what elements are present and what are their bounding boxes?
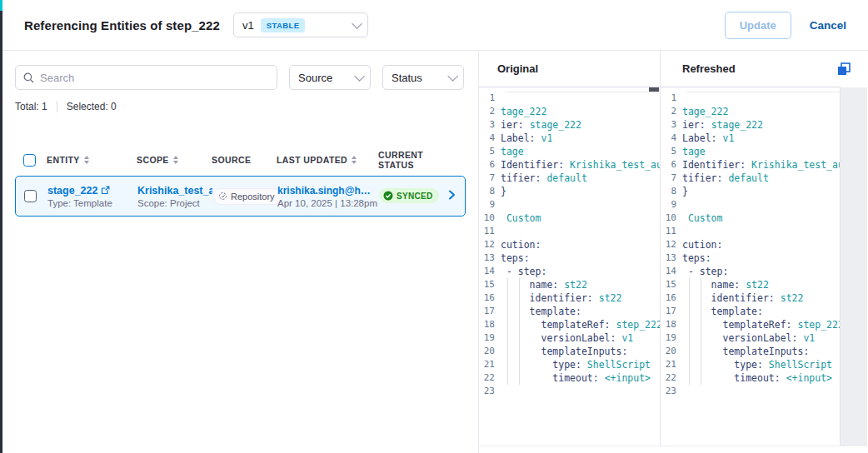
search-box[interactable] — [15, 65, 277, 90]
line-number: 19 — [479, 331, 501, 345]
column-header-last-updated[interactable]: LAST UPDATED — [277, 155, 378, 165]
line-content: ier: stage_222 — [501, 118, 660, 132]
sort-icon[interactable] — [173, 156, 178, 164]
scope-link[interactable]: Krishika_test_au... — [137, 185, 212, 197]
line-content: template: — [501, 305, 660, 318]
line-number: 5 — [479, 145, 501, 158]
scope-name: Krishika_test_au... — [137, 185, 212, 197]
cancel-button[interactable]: Cancel — [810, 19, 846, 32]
table-header: ENTITYSCOPESOURCELAST UPDATEDCURRENT STA… — [15, 150, 466, 165]
line-number: 9 — [661, 198, 682, 212]
selected-count: Selected: 0 — [67, 101, 117, 112]
code-line: 14 - step: — [661, 265, 840, 278]
source-filter-dropdown[interactable]: Source — [289, 65, 371, 90]
diff-headers: Original Refreshed — [479, 51, 868, 87]
version-value: v1 — [242, 19, 254, 32]
entity-link[interactable]: stage_222 — [47, 185, 137, 197]
row-expand-chevron[interactable] — [446, 189, 459, 204]
code-line: 13teps: — [479, 251, 660, 265]
source-filter-label: Source — [298, 72, 332, 84]
line-number: 1 — [661, 92, 682, 105]
update-button[interactable]: Update — [725, 12, 791, 39]
refreshed-header: Refreshed — [661, 51, 841, 87]
code-line: 16 identifier: st22 — [479, 291, 660, 305]
line-content: cution: — [682, 238, 840, 251]
line-number: 17 — [479, 305, 501, 318]
sort-icon[interactable] — [84, 156, 89, 164]
code-line: 7tifier: default — [661, 172, 840, 185]
line-number: 6 — [661, 158, 682, 172]
line-number: 14 — [479, 265, 501, 278]
line-number: 4 — [479, 132, 501, 145]
line-content: templateInputs: — [682, 345, 840, 358]
code-line: 11 — [479, 225, 660, 238]
code-line: 9 — [661, 198, 840, 212]
line-content: Custom — [682, 212, 840, 225]
column-header-scope[interactable]: SCOPE — [137, 155, 212, 165]
source-cell: Repository — [212, 188, 277, 205]
code-line: 14 - step: — [479, 265, 660, 278]
chevron-right-icon — [446, 189, 457, 201]
column-header-source: SOURCE — [212, 155, 277, 165]
code-line: 11 — [661, 225, 840, 238]
code-line: 10 Custom — [479, 212, 660, 225]
code-line: 8} — [661, 185, 840, 198]
row-checkbox[interactable] — [24, 190, 37, 202]
code-line: 15 name: st22 — [479, 278, 660, 291]
line-number: 5 — [661, 145, 682, 158]
entities-panel: Source Status Total: 1 Selected: 0 ENTIT… — [2, 51, 479, 453]
line-number: 16 — [479, 291, 501, 305]
filters-row: Source Status — [15, 65, 466, 90]
line-number: 8 — [479, 185, 501, 198]
line-content: Label: v1 — [682, 132, 840, 145]
line-content: tage — [682, 145, 840, 158]
line-content: Identifier: Krishika_test_aut — [501, 158, 660, 172]
original-code-pane[interactable]: 12tage_2223ier: stage_2224Label: v15tage… — [479, 87, 661, 446]
original-title: Original — [497, 62, 538, 75]
search-input[interactable] — [40, 72, 269, 84]
code-line: 3ier: stage_222 — [661, 118, 840, 132]
line-number: 15 — [479, 278, 501, 291]
code-line: 10 Custom — [661, 212, 840, 225]
status-filter-label: Status — [392, 72, 422, 84]
line-number: 13 — [661, 251, 682, 265]
line-number: 1 — [479, 92, 501, 105]
line-content: templateInputs: — [501, 345, 660, 358]
updated-by-link[interactable]: krishika.singh@harnes... — [277, 185, 371, 197]
line-number: 20 — [661, 345, 682, 358]
summary-row: Total: 1 Selected: 0 — [15, 101, 466, 112]
line-number: 2 — [661, 105, 682, 118]
line-content: Identifier: Krishika_test_aut — [682, 158, 840, 172]
code-line: 4Label: v1 — [479, 132, 660, 145]
line-number: 20 — [479, 345, 501, 358]
diff-scroll-gutter[interactable] — [841, 87, 867, 446]
code-line: 22 timeout: <+input> — [661, 371, 840, 385]
line-number: 3 — [661, 118, 682, 132]
select-all-checkbox[interactable] — [23, 154, 36, 167]
line-content: versionLabel: v1 — [501, 331, 660, 345]
code-line: 23 — [661, 385, 840, 398]
line-number: 15 — [661, 278, 682, 291]
sort-icon[interactable] — [352, 156, 357, 164]
line-content: identifier: st22 — [501, 291, 660, 305]
code-line: 12cution: — [661, 238, 840, 251]
table-row[interactable]: stage_222 Type: Template Krishika_test_a… — [15, 176, 466, 217]
line-number: 10 — [661, 212, 682, 225]
copy-button[interactable] — [836, 62, 851, 80]
version-dropdown[interactable]: v1 STABLE — [233, 12, 368, 37]
status-badge-label: SYNCED — [397, 192, 432, 201]
column-label: CURRENT STATUS — [378, 150, 445, 170]
line-number: 7 — [661, 172, 682, 185]
column-header-entity[interactable]: ENTITY — [47, 155, 137, 165]
line-content — [501, 198, 660, 212]
status-filter-dropdown[interactable]: Status — [382, 65, 464, 90]
original-header: Original — [479, 51, 661, 87]
line-content: Custom — [501, 212, 660, 225]
check-circle-icon — [383, 191, 393, 201]
code-line: 18 templateRef: step_222 — [479, 318, 660, 331]
repository-icon — [218, 192, 227, 201]
line-content: } — [682, 185, 840, 198]
chevron-down-icon — [447, 71, 458, 82]
repository-badge-label: Repository — [231, 192, 275, 202]
refreshed-code-pane[interactable]: 12tage_2223ier: stage_2224Label: v15tage… — [661, 87, 841, 446]
